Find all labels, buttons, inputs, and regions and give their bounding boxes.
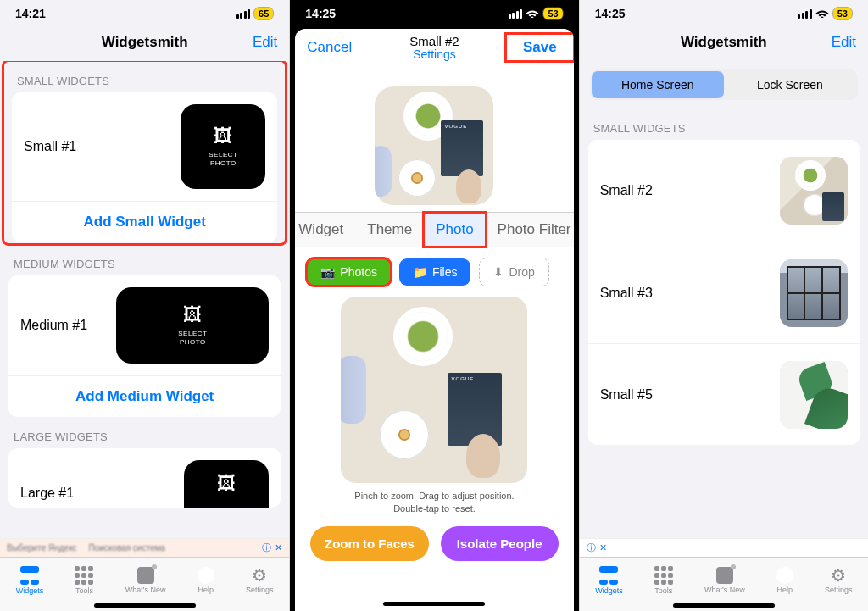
tab-bar: Widgets Tools What's New ?Help ⚙Settings [580,557,868,611]
ad-close-icon[interactable]: ✕ [599,542,607,553]
tab-help[interactable]: ?Help [776,567,793,594]
widget-list[interactable]: SMALL WIDGETS Small #2 Small #3 Small #5 [580,108,868,538]
widget-name: Large #1 [20,460,74,501]
widget-photo-preview [375,86,493,205]
photos-button[interactable]: 📷 Photos [307,258,391,286]
status-bar: 14:25 53 [290,0,578,24]
clock: 14:25 [305,7,336,20]
isolate-people-button[interactable]: Isolate People [441,526,559,561]
edit-button[interactable]: Edit [820,24,868,61]
home-indicator[interactable] [94,603,196,608]
photo-crop-area[interactable] [341,297,527,483]
small-widget-row[interactable]: Small #5 [588,343,860,445]
widget-list[interactable]: SMALL WIDGETS Small #1 🖼 SELECT PHOTO Ad… [0,61,289,538]
seg-home-screen[interactable]: Home Screen [592,71,724,98]
add-small-widget-button[interactable]: Add Small Widget [12,201,277,242]
ad-info-icon[interactable]: ⓘ [587,542,596,554]
add-medium-widget-button[interactable]: Add Medium Widget [8,375,281,417]
editor-tab-filter[interactable]: Photo Filter [486,213,574,247]
source-buttons: 📷 Photos 📁 Files ⬇ Drop [295,247,573,297]
small-widget-row[interactable]: Small #1 🖼 SELECT PHOTO [12,92,277,201]
editor-tab-photo[interactable]: Photo [424,213,485,247]
widget-name: Small #5 [600,387,653,403]
screen-editor: 14:25 53 Cancel Small #2 Settings Save [289,0,578,611]
tab-widgets[interactable]: Widgets [16,566,44,595]
crop-hint: Pinch to zoom. Drag to adjust position. … [295,483,573,519]
widget-preview-small: 🖼 SELECT PHOTO [181,104,265,189]
screen-home: 14:25 53 Widgetsmith Edit Home Screen Lo… [579,0,868,611]
ad-banner[interactable]: Выберите Яндекс Поисковая система ⓘ ✕ [0,538,289,557]
ad-info-icon[interactable]: ⓘ [262,542,271,554]
ad-close-icon[interactable]: ✕ [275,542,282,553]
tab-tools[interactable]: Tools [75,566,93,595]
battery-indicator: 53 [832,7,853,20]
save-button[interactable]: Save [506,34,574,61]
tab-whats-new[interactable]: What's New [704,567,745,594]
widget-thumb [780,157,848,225]
section-header-small: SMALL WIDGETS [580,108,868,140]
battery-indicator: 53 [542,7,563,20]
screen-segment: Home Screen Lock Screen [590,69,858,100]
gear-icon: ⚙ [252,567,267,584]
editor-sheet: Cancel Small #2 Settings Save Widget The… [295,29,573,611]
image-icon: 🖼 [217,473,236,495]
editor-tabs: Widget Theme Photo Photo Filter [295,212,573,247]
section-header-small: SMALL WIDGETS [3,61,286,92]
seg-lock-screen[interactable]: Lock Screen [724,71,856,98]
home-indicator[interactable] [673,603,775,608]
files-button[interactable]: 📁 Files [399,258,471,286]
medium-widgets-group: Medium #1 🖼 SELECT PHOTO Add Medium Widg… [8,275,281,417]
photo-actions: Zoom to Faces Isolate People [295,519,573,573]
home-indicator[interactable] [383,602,485,606]
status-bar: 14:21 65 [0,0,289,24]
drop-button[interactable]: ⬇ Drop [479,258,548,286]
drop-icon: ⬇ [493,265,504,279]
tab-settings[interactable]: ⚙Settings [246,567,274,594]
widget-name: Medium #1 [20,318,87,333]
wifi-icon [815,8,829,19]
gear-icon: ⚙ [831,567,846,584]
app-title: Widgetsmith [681,34,767,51]
nav-header: Widgetsmith Edit [580,24,868,61]
app-title: Widgetsmith [102,34,188,51]
sheet-subtitle[interactable]: Settings [413,47,456,61]
tab-settings[interactable]: ⚙Settings [825,567,853,594]
widget-name: Small #1 [24,139,76,154]
image-icon: 🖼 [183,304,203,326]
small-widget-row[interactable]: Small #3 [588,242,860,343]
tab-help[interactable]: ?Help [198,567,214,594]
sheet-title: Small #2 [409,34,459,48]
nav-header: Widgetsmith Edit [0,24,289,61]
sheet-header: Cancel Small #2 Settings Save [295,29,573,78]
widget-thumb [780,259,848,327]
cell-signal-icon [509,9,523,19]
tab-whats-new[interactable]: What's New [125,567,166,594]
cell-signal-icon [236,9,251,19]
large-widgets-group: Large #1 🖼 [8,448,281,508]
zoom-to-faces-button[interactable]: Zoom to Faces [310,526,428,561]
screen-list: 14:21 65 Widgetsmith Edit SMALL WIDGETS … [0,0,289,611]
widget-name: Small #2 [600,183,653,198]
ad-banner[interactable]: ⓘ ✕ [580,538,868,557]
tab-tools[interactable]: Tools [654,566,673,595]
tab-bar: Widgets Tools What's New ?Help ⚙Settings [0,557,289,611]
folder-icon: 📁 [413,265,427,279]
edit-button[interactable]: Edit [241,24,289,61]
widget-thumb [780,361,848,429]
tab-widgets[interactable]: Widgets [595,566,623,595]
large-widget-row[interactable]: Large #1 🖼 [8,448,281,508]
clock: 14:25 [595,7,626,20]
section-header-large: LARGE WIDGETS [0,417,289,448]
widget-preview-medium: 🖼 SELECT PHOTO [116,287,269,364]
editor-tab-widget[interactable]: Widget [295,213,355,247]
status-bar: 14:25 53 [580,0,868,24]
cancel-button[interactable]: Cancel [295,29,364,66]
widget-preview-large: 🖼 [184,460,269,508]
widget-name: Small #3 [600,286,653,301]
editor-tab-theme[interactable]: Theme [355,213,424,247]
battery-indicator: 65 [253,7,274,20]
photos-icon: 📷 [320,265,335,279]
small-widget-row[interactable]: Small #2 [588,140,860,242]
medium-widget-row[interactable]: Medium #1 🖼 SELECT PHOTO [8,275,281,375]
cell-signal-icon [798,9,812,19]
